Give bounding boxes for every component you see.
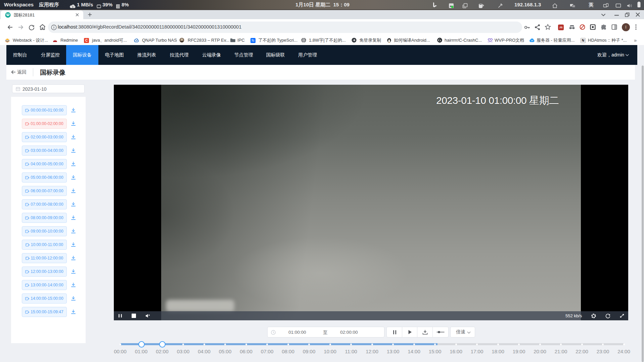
svg-text:WVP-PRO: WVP-PRO xyxy=(488,41,493,43)
